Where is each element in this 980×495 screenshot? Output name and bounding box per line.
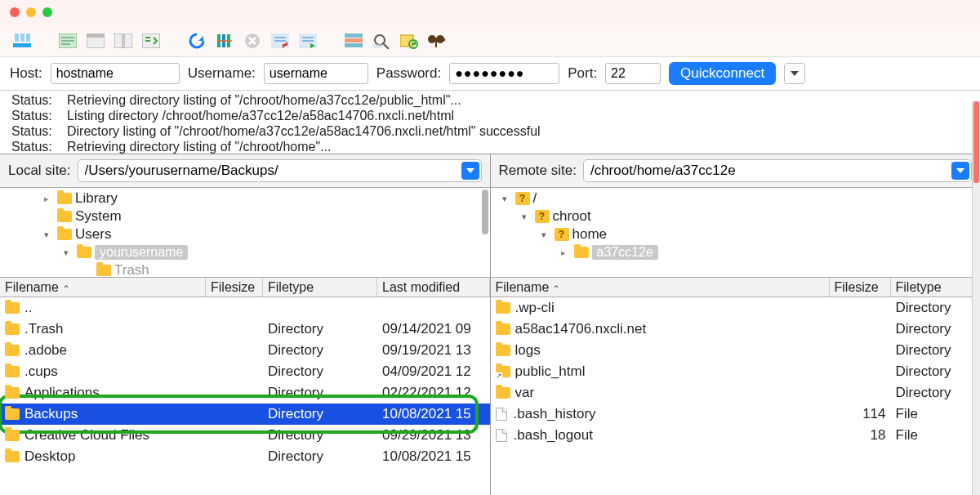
log-message: Listing directory /chroot/home/a37cc12e/… [67, 108, 454, 123]
tree-item[interactable]: a37cc12e [491, 243, 981, 261]
local-columns: Filename Filesize Filetype Last modified [0, 278, 490, 297]
unknown-folder-icon: ? [535, 210, 550, 223]
folder-icon [496, 302, 510, 314]
password-label: Password: [376, 65, 441, 82]
process-queue-button[interactable] [212, 29, 237, 52]
svg-line-27 [384, 44, 389, 49]
tree-item[interactable]: ? chroot [491, 207, 981, 225]
toggle-local-tree-button[interactable] [83, 29, 108, 52]
col-filename[interactable]: Filename [0, 278, 206, 297]
reconnect-button[interactable] [296, 29, 320, 52]
expand-icon[interactable] [502, 194, 512, 204]
quickconnect-history-button[interactable] [784, 63, 805, 84]
cancel-button[interactable] [240, 29, 265, 52]
sync-browse-button[interactable] [425, 29, 449, 52]
col-modified[interactable]: Last modified [377, 278, 490, 297]
svg-point-26 [375, 35, 385, 45]
expand-icon[interactable] [44, 194, 54, 204]
expand-icon[interactable] [541, 230, 551, 240]
toggle-log-button[interactable] [56, 29, 80, 52]
toolbar [0, 25, 980, 57]
remote-file-list[interactable]: .wp-cliDirectorya58ac14706.nxcli.netDire… [491, 297, 981, 495]
log-label: Status: [11, 92, 52, 108]
window-scrollbar[interactable] [972, 101, 980, 495]
col-filetype[interactable]: Filetype [263, 278, 377, 297]
log-label: Status: [11, 123, 52, 139]
remote-path-input[interactable] [583, 159, 972, 182]
local-path-input[interactable] [78, 159, 482, 182]
folder-icon [496, 387, 510, 399]
local-file-list[interactable]: ...TrashDirectory09/14/2021 09.adobeDire… [0, 297, 490, 495]
disconnect-button[interactable] [268, 29, 292, 52]
remote-site-bar: Remote site: [491, 154, 981, 188]
list-item[interactable]: BackupsDirectory10/08/2021 15 [0, 404, 490, 425]
list-item[interactable]: ↗public_htmlDirectory [491, 361, 981, 382]
remote-path-dropdown[interactable] [951, 162, 969, 180]
folder-icon [96, 265, 111, 276]
log-label: Status: [11, 108, 52, 123]
list-item[interactable]: a58ac14706.nxcli.netDirectory [491, 319, 981, 340]
list-item[interactable]: .bash_logout18File [491, 425, 981, 446]
list-item[interactable]: .TrashDirectory09/14/2021 09 [0, 319, 490, 340]
folder-icon [5, 366, 20, 377]
port-input[interactable] [605, 63, 661, 84]
expand-icon[interactable] [44, 230, 54, 240]
scrollbar-thumb[interactable] [482, 190, 488, 234]
col-filetype[interactable]: Filetype [891, 278, 981, 297]
list-item[interactable]: varDirectory [491, 382, 981, 404]
tree-item[interactable]: ? / [491, 190, 981, 207]
folder-icon [5, 387, 20, 399]
remote-tree[interactable]: ? /? chroot? home a37cc12e [491, 188, 981, 278]
expand-icon[interactable] [522, 212, 532, 222]
list-item[interactable]: ApplicationsDirectory02/22/2021 12 [0, 382, 490, 404]
tree-item[interactable]: ? home [491, 225, 981, 243]
tree-item[interactable]: Trash [0, 261, 490, 278]
host-label: Host: [10, 65, 42, 82]
file-icon [496, 408, 507, 421]
local-pane: Local site: Library System Users youruse… [0, 154, 491, 495]
col-filesize[interactable]: Filesize [830, 278, 891, 297]
list-item[interactable]: .bash_history114File [491, 404, 981, 425]
folder-icon [5, 430, 20, 441]
filter-button[interactable] [341, 29, 366, 52]
tree-item[interactable]: yourusername [0, 243, 490, 261]
list-item[interactable]: .. [0, 297, 490, 319]
expand-icon[interactable] [561, 247, 571, 258]
list-item[interactable]: logsDirectory [491, 340, 981, 361]
local-tree[interactable]: Library System Users yourusername Trash [0, 188, 490, 278]
compare-button[interactable] [397, 29, 421, 52]
tree-item[interactable]: Users [0, 225, 490, 243]
refresh-button[interactable] [185, 29, 209, 52]
window-titlebar [0, 0, 980, 25]
toggle-queue-button[interactable] [139, 29, 163, 52]
unknown-folder-icon: ? [515, 192, 530, 205]
scrollbar-thumb[interactable] [973, 101, 979, 183]
maximize-window-button[interactable] [42, 7, 52, 17]
local-path-dropdown[interactable] [461, 162, 479, 180]
tree-item[interactable]: System [0, 207, 490, 225]
list-item[interactable]: Creative Cloud FilesDirectory09/29/2021 … [0, 425, 490, 446]
list-item[interactable]: DesktopDirectory10/08/2021 15 [0, 446, 490, 467]
list-item[interactable]: .cupsDirectory04/09/2021 12 [0, 361, 490, 382]
local-site-label: Local site: [8, 163, 71, 179]
quickconnect-button[interactable]: Quickconnect [669, 62, 776, 85]
svg-rect-0 [13, 43, 31, 47]
site-manager-button[interactable] [10, 29, 34, 52]
message-log[interactable]: Status:Retrieving directory listing of "… [0, 91, 980, 154]
list-item[interactable]: .adobeDirectory09/19/2021 13 [0, 340, 490, 361]
list-item[interactable]: .wp-cliDirectory [491, 297, 981, 319]
col-filesize[interactable]: Filesize [206, 278, 263, 297]
minimize-window-button[interactable] [26, 7, 36, 17]
toggle-remote-tree-button[interactable] [111, 29, 136, 52]
tree-item[interactable]: Library [0, 190, 490, 207]
svg-rect-24 [345, 38, 363, 42]
close-window-button[interactable] [10, 7, 20, 17]
folder-icon [57, 229, 72, 240]
password-input[interactable] [449, 63, 559, 84]
expand-icon[interactable] [64, 247, 74, 258]
username-input[interactable] [264, 63, 368, 84]
search-button[interactable] [369, 29, 394, 52]
svg-rect-28 [372, 44, 382, 48]
host-input[interactable] [51, 63, 180, 84]
col-filename[interactable]: Filename [491, 278, 830, 297]
